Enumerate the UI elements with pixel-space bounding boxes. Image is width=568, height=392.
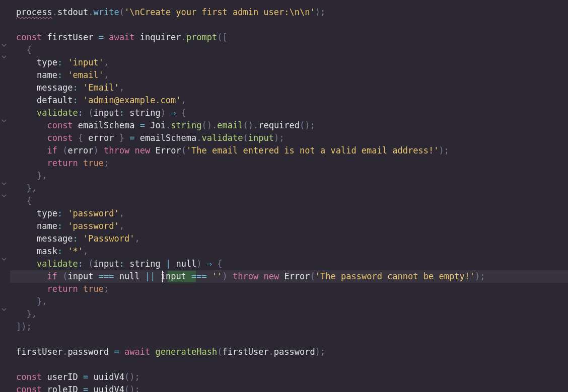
code-token <box>16 258 37 270</box>
code-line[interactable]: }, <box>16 170 568 182</box>
code-token: ⇒ <box>207 258 217 270</box>
code-line[interactable]: type: 'input', <box>16 56 568 69</box>
code-token: . <box>181 31 186 44</box>
code-token: , <box>181 94 186 107</box>
code-token: string <box>129 107 160 119</box>
code-line[interactable]: name: 'password', <box>16 220 568 232</box>
code-line[interactable]: const firstUser = await inquirer.prompt(… <box>16 31 568 44</box>
code-line[interactable]: const emailSchema = Joi.string().email()… <box>16 119 568 132</box>
code-token <box>16 107 37 119</box>
code-token: error <box>88 132 119 144</box>
code-token: , <box>119 207 124 220</box>
code-token: . <box>166 119 171 132</box>
code-token <box>16 157 47 170</box>
code-line[interactable]: if (error) throw new Error('The email en… <box>16 144 568 157</box>
code-token: mask <box>16 245 57 258</box>
code-token: 'input' <box>67 56 104 69</box>
code-token: === <box>191 270 212 283</box>
fold-icon[interactable] <box>1 256 7 262</box>
code-token: roleID <box>47 383 83 392</box>
code-token: if <box>47 144 62 157</box>
code-line[interactable]: ]); <box>16 321 568 333</box>
code-token: type <box>16 56 57 69</box>
code-editor[interactable]: process.stdout.write('\nCreate your firs… <box>16 6 568 392</box>
code-token: : <box>57 207 67 220</box>
code-token: emailSchema <box>140 132 197 144</box>
code-line[interactable]: message: 'Password', <box>16 232 568 245</box>
code-token: . <box>62 346 67 358</box>
code-line[interactable]: name: 'email', <box>16 69 568 82</box>
fold-icon[interactable] <box>1 193 7 198</box>
code-token: required <box>258 119 300 132</box>
code-line[interactable]: }, <box>16 182 568 195</box>
code-line[interactable]: message: 'Email', <box>16 82 568 94</box>
code-line[interactable]: { <box>16 44 568 56</box>
code-token: . <box>196 132 201 144</box>
code-token: } <box>119 132 129 144</box>
code-token: : <box>57 56 67 69</box>
code-token: ( <box>310 270 315 283</box>
code-token: email <box>217 119 243 132</box>
code-token: , <box>104 69 109 82</box>
code-token: type <box>16 207 57 220</box>
code-token: throw <box>104 144 134 157</box>
code-token: : <box>119 107 129 119</box>
code-line[interactable] <box>16 333 568 346</box>
code-line[interactable] <box>16 358 568 371</box>
fold-icon[interactable] <box>1 54 7 59</box>
fold-icon[interactable] <box>1 306 7 312</box>
code-token: const <box>16 31 47 44</box>
code-token: Error <box>155 144 181 157</box>
code-token: 'password' <box>67 220 119 232</box>
code-line[interactable]: if (input === null || input === '') thro… <box>16 270 568 283</box>
code-line[interactable]: const { error } = emailSchema.validate(i… <box>16 132 568 144</box>
code-line[interactable]: const roleID = uuidV4(); <box>16 383 568 392</box>
code-token: null <box>176 258 196 270</box>
code-token: 'Password' <box>83 232 134 245</box>
code-token: ; <box>104 283 109 295</box>
code-token: emailSchema <box>78 119 140 132</box>
code-token: const <box>16 371 47 383</box>
code-line[interactable]: firstUser.password = await generateHash(… <box>16 346 568 358</box>
code-token: 'email' <box>67 69 104 82</box>
code-line[interactable]: mask: '*', <box>16 245 568 258</box>
code-token: Error <box>284 270 310 283</box>
code-line[interactable]: return true; <box>16 283 568 295</box>
code-token: 'Email' <box>83 82 119 94</box>
code-token: 'The password cannot be empty!' <box>315 270 475 283</box>
code-token: = <box>140 119 150 132</box>
code-line[interactable]: return true; <box>16 157 568 170</box>
code-line[interactable]: process.stdout.write('\nCreate your firs… <box>16 6 568 19</box>
code-token: ( <box>62 270 67 283</box>
code-token: , <box>83 245 88 258</box>
code-line[interactable]: validate: (input: string | null) ⇒ { <box>16 258 568 270</box>
code-token <box>16 144 47 157</box>
code-token: ); <box>274 132 284 144</box>
code-token: . <box>88 6 93 19</box>
code-line[interactable]: validate: (input: string) ⇒ { <box>16 107 568 119</box>
code-token: }, <box>16 308 37 321</box>
code-token: , <box>119 220 124 232</box>
fold-icon[interactable] <box>1 42 7 48</box>
code-token: ( <box>88 107 93 119</box>
code-line[interactable]: { <box>16 195 568 207</box>
code-line[interactable]: const userID = uuidV4(); <box>16 371 568 383</box>
code-token: = <box>83 371 93 383</box>
code-token: const <box>47 119 78 132</box>
code-token: . <box>52 6 57 19</box>
code-token: write <box>94 6 119 19</box>
code-line[interactable]: }, <box>16 295 568 308</box>
code-token: { <box>181 107 186 119</box>
code-line[interactable]: }, <box>16 308 568 321</box>
fold-icon[interactable] <box>1 181 7 186</box>
code-token: (); <box>124 371 140 383</box>
code-line[interactable]: default: 'admin@example.com', <box>16 94 568 107</box>
code-line[interactable]: type: 'password', <box>16 207 568 220</box>
code-token: process <box>16 6 52 19</box>
code-token: string <box>171 119 201 132</box>
code-token: firstUser <box>222 346 268 358</box>
code-line[interactable] <box>16 19 568 31</box>
code-token: input <box>94 258 119 270</box>
code-token: ( <box>243 132 248 144</box>
fold-icon[interactable] <box>1 118 7 123</box>
